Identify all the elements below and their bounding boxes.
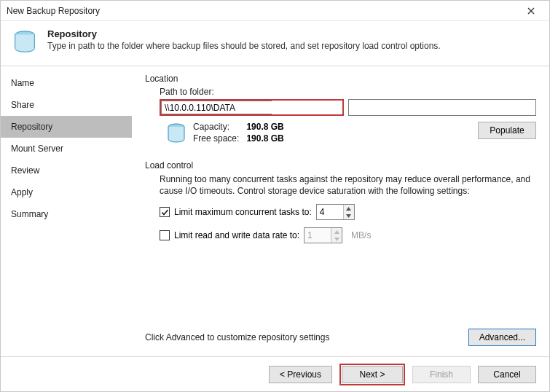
path-input-highlighted-text[interactable]: \\10.0.0.110\DATA xyxy=(161,101,272,114)
limit-rate-unit: MB/s xyxy=(351,230,371,240)
limit-tasks-down[interactable] xyxy=(344,212,354,219)
limit-tasks-checkbox[interactable] xyxy=(160,207,170,217)
storage-icon xyxy=(165,122,187,146)
populate-button[interactable]: Populate xyxy=(478,122,536,139)
capacity-value: 190.8 GB xyxy=(246,122,283,132)
capacity-label: Capacity: xyxy=(193,122,239,132)
advanced-hint: Click Advanced to customize repository s… xyxy=(145,332,329,342)
path-input-highlight: \\10.0.0.110\DATA xyxy=(160,99,344,116)
freespace-label: Free space: xyxy=(193,133,239,144)
limit-tasks-spinner[interactable] xyxy=(316,204,355,220)
limit-tasks-value[interactable] xyxy=(317,205,343,219)
limit-rate-up xyxy=(331,228,342,235)
repository-icon xyxy=(11,28,39,58)
previous-button[interactable]: < Previous xyxy=(269,366,332,383)
close-button[interactable] xyxy=(519,3,543,19)
capacity-grid: Capacity: 190.8 GB Free space: 190.8 GB xyxy=(193,122,284,144)
limit-rate-checkbox[interactable] xyxy=(160,230,170,240)
wizard-sidebar: Name Share Repository Mount Server Revie… xyxy=(1,66,132,356)
svg-marker-5 xyxy=(346,214,351,218)
header-title: Repository xyxy=(47,28,441,39)
sidebar-item-review[interactable]: Review xyxy=(1,160,132,181)
limit-rate-label[interactable]: Limit read and write data rate to: xyxy=(174,230,299,240)
dialog-window: New Backup Repository Repository Type in… xyxy=(0,0,550,392)
cancel-button[interactable]: Cancel xyxy=(478,366,536,383)
freespace-value: 190.8 GB xyxy=(246,133,283,144)
path-label: Path to folder: xyxy=(160,87,536,97)
svg-marker-6 xyxy=(334,230,339,234)
path-input-remainder[interactable] xyxy=(348,99,537,116)
titlebar: New Backup Repository xyxy=(1,1,549,21)
svg-marker-7 xyxy=(334,238,339,241)
next-button-highlight: Next > xyxy=(339,364,405,385)
limit-tasks-label[interactable]: Limit maximum concurrent tasks to: xyxy=(174,207,312,217)
svg-marker-4 xyxy=(346,207,351,211)
header-text: Repository Type in path to the folder wh… xyxy=(47,28,441,51)
finish-button: Finish xyxy=(412,366,471,383)
header: Repository Type in path to the folder wh… xyxy=(1,21,549,66)
content-panel: Location Path to folder: \\10.0.0.110\DA… xyxy=(132,66,549,356)
header-subtitle: Type in path to the folder where backup … xyxy=(47,41,441,51)
limit-rate-spinner xyxy=(304,227,342,243)
sidebar-item-summary[interactable]: Summary xyxy=(1,203,132,225)
limit-tasks-up[interactable] xyxy=(344,205,354,212)
next-button[interactable]: Next > xyxy=(342,366,403,383)
sidebar-item-mount-server[interactable]: Mount Server xyxy=(1,138,132,160)
limit-rate-value xyxy=(305,228,331,243)
advanced-button[interactable]: Advanced... xyxy=(468,329,536,346)
load-section-title: Load control xyxy=(145,160,536,170)
sidebar-item-apply[interactable]: Apply xyxy=(1,181,132,203)
window-title: New Backup Repository xyxy=(7,6,519,16)
footer: < Previous Next > Finish Cancel xyxy=(1,356,549,391)
load-description: Running too many concurrent tasks agains… xyxy=(160,173,536,197)
limit-rate-down xyxy=(331,235,342,243)
location-section-title: Location xyxy=(145,74,536,84)
sidebar-item-repository[interactable]: Repository xyxy=(1,116,132,138)
sidebar-item-share[interactable]: Share xyxy=(1,94,132,116)
sidebar-item-name[interactable]: Name xyxy=(1,72,132,94)
